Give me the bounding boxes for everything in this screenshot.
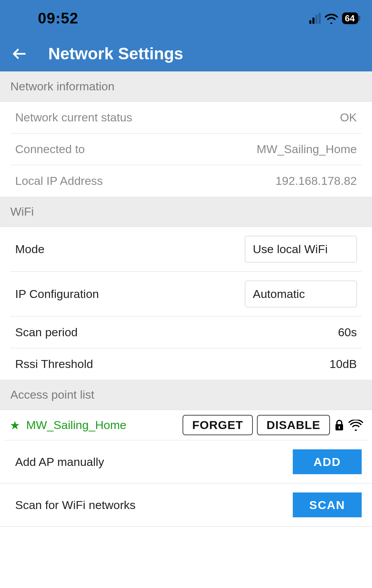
ap-rows: ★ MW_Sailing_Home FORGET DISABLE Add AP … [0,410,372,527]
cellular-icon [309,13,321,24]
section-header-info: Network information [0,71,372,102]
svg-rect-1 [339,426,340,429]
forget-button[interactable]: FORGET [183,415,253,435]
label-mode: Mode [15,242,44,256]
value-network-status: OK [340,111,357,124]
row-scan-period[interactable]: Scan period 60s [10,316,362,348]
scan-button[interactable]: SCAN [293,492,362,517]
label-network-status: Network current status [15,111,132,124]
back-button[interactable] [11,46,28,62]
app-bar: Network Settings [0,36,372,71]
label-connected-to: Connected to [15,142,85,156]
wifi-icon [324,13,339,24]
mode-select[interactable]: Use local WiFi [245,236,357,262]
label-rssi: Rssi Threshold [15,357,93,371]
row-local-ip: Local IP Address 192.168.178.82 [10,165,362,197]
value-local-ip: 192.168.178.82 [276,174,357,188]
row-connected-to: Connected to MW_Sailing_Home [10,133,362,165]
value-connected-to: MW_Sailing_Home [257,142,357,156]
disable-button[interactable]: DISABLE [257,415,330,435]
label-local-ip: Local IP Address [15,174,103,188]
wifi-signal-icon [349,420,363,431]
section-header-ap: Access point list [0,380,372,410]
label-ip-config: IP Configuration [15,287,99,301]
row-rssi-threshold[interactable]: Rssi Threshold 10dB [10,348,362,380]
row-network-status: Network current status OK [10,102,362,133]
battery-level: 64 [345,13,355,23]
row-mode: Mode Use local WiFi [10,227,362,271]
info-rows: Network current status OK Connected to M… [0,102,372,197]
value-rssi: 10dB [330,357,357,371]
star-icon: ★ [10,418,20,432]
label-add-ap: Add AP manually [15,455,104,469]
value-scan-period: 60s [338,326,357,339]
label-scan-wifi: Scan for WiFi networks [15,498,136,512]
wifi-rows: Mode Use local WiFi IP Configuration Aut… [0,227,372,380]
label-scan-period: Scan period [15,326,78,339]
row-ip-config: IP Configuration Automatic [10,271,362,316]
row-scan-wifi: Scan for WiFi networks SCAN [0,484,372,527]
add-button[interactable]: ADD [293,449,362,474]
ap-item-current[interactable]: ★ MW_Sailing_Home FORGET DISABLE [5,410,367,440]
battery-icon: 64 [342,12,358,24]
ip-config-select[interactable]: Automatic [245,281,357,307]
status-time: 09:52 [38,10,79,27]
status-icons: 64 [309,12,358,24]
page-title: Network Settings [48,44,183,63]
status-bar: 09:52 64 [0,0,372,36]
ap-name: MW_Sailing_Home [26,418,126,432]
arrow-left-icon [11,46,28,62]
row-add-ap: Add AP manually ADD [0,440,372,484]
section-header-wifi: WiFi [0,197,372,227]
lock-icon [334,419,344,431]
